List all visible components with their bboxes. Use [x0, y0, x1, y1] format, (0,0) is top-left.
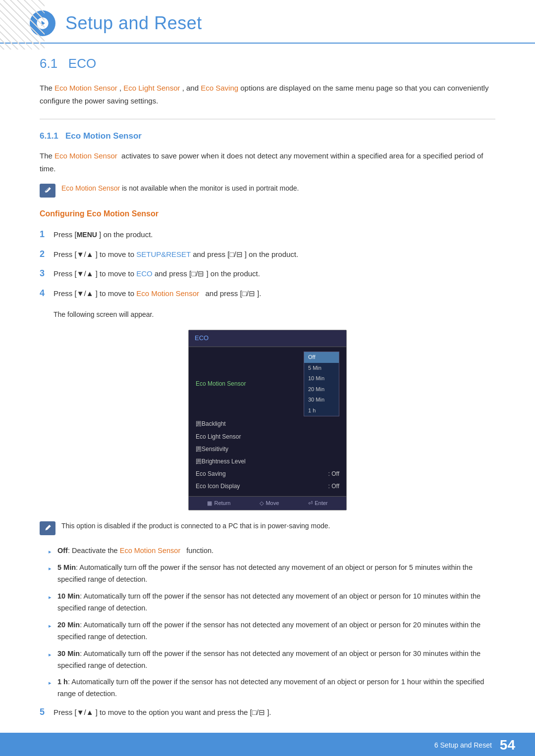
- note-box-1: Eco Motion Sensor is not available when …: [40, 183, 495, 198]
- page-title: Setup and Reset: [65, 9, 202, 38]
- eco-row-icon-display: Eco Icon Display : Off: [189, 480, 346, 493]
- list-item-1h: 1 h: Automatically turn off the power if…: [50, 676, 495, 700]
- eco-row-sensitivity: 囲Sensitivity: [189, 443, 346, 455]
- dropdown-5min: 5 Min: [304, 363, 339, 374]
- eco-screen-footer: ▦ Return ◇ Move ⏎ Enter: [189, 496, 346, 510]
- list-item-5min: 5 Min: Automatically turn off the power …: [50, 562, 495, 586]
- eco-row-saving: Eco Saving : Off: [189, 468, 346, 480]
- eco-motion-inline: Eco Motion Sensor: [54, 151, 117, 160]
- step-5: 5 Press [▼/▲ ] to move to the option you…: [40, 705, 495, 720]
- footer-move: ◇ Move: [260, 499, 279, 508]
- divider: [40, 119, 495, 119]
- step-3: 3 Press [▼/▲ ] to move to ECO and press …: [40, 266, 495, 281]
- eco-screen-body: Eco Motion Sensor Off 5 Min 10 Min 20 Mi…: [189, 347, 346, 496]
- eco-row-backlight: 囲Backlight: [189, 418, 346, 430]
- eco-row-light-sensor: Eco Light Sensor: [189, 431, 346, 443]
- config-heading: Configuring Eco Motion Sensor: [40, 207, 495, 220]
- steps-list-2: 5 Press [▼/▲ ] to move to the option you…: [40, 705, 495, 720]
- eco-row-brightness: 囲Brightness Level: [189, 455, 346, 468]
- eco-screen: ECO Eco Motion Sensor Off 5 Min 10 Min 2…: [188, 330, 347, 510]
- dropdown-20min: 20 Min: [304, 384, 339, 395]
- footer-enter: ⏎ Enter: [308, 499, 327, 508]
- step-1: 1 Press [MENU ] on the product.: [40, 227, 495, 242]
- note-text-2: This option is disabled if the product i…: [61, 520, 330, 531]
- eco-screen-wrapper: ECO Eco Motion Sensor Off 5 Min 10 Min 2…: [40, 330, 495, 510]
- intro-paragraph: The Eco Motion Sensor , Eco Light Sensor…: [40, 82, 495, 107]
- eco-light-sensor-link1: Eco Light Sensor: [123, 84, 180, 92]
- options-list: Off: Deactivate the Eco Motion Sensor fu…: [50, 545, 495, 700]
- corner-decoration: [0, 0, 45, 50]
- main-content: 6.1 ECO The Eco Motion Sensor , Eco Ligh…: [0, 49, 535, 756]
- footer-section-label: 6 Setup and Reset: [434, 740, 492, 751]
- section-heading: 6.1 ECO: [40, 53, 495, 74]
- page-footer: 6 Setup and Reset 54: [0, 733, 535, 756]
- list-item-10min: 10 Min: Automatically turn off the power…: [50, 591, 495, 614]
- eco-screen-title: ECO: [189, 330, 346, 347]
- eco-motion-sensor-link1: Eco Motion Sensor: [54, 84, 117, 92]
- footer-page-number: 54: [500, 734, 515, 756]
- list-item-off: Off: Deactivate the Eco Motion Sensor fu…: [50, 545, 495, 557]
- note-text-1: Eco Motion Sensor is not available when …: [61, 183, 299, 194]
- eco-dropdown: Off 5 Min 10 Min 20 Min 30 Min 1 h: [304, 352, 339, 417]
- dropdown-off: Off: [304, 352, 339, 363]
- note-icon-1: [40, 184, 55, 198]
- body-paragraph-1: The Eco Motion Sensor activates to save …: [40, 150, 495, 175]
- note-box-2: This option is disabled if the product i…: [40, 520, 495, 535]
- eco-saving-link1: Eco Saving: [201, 84, 238, 92]
- dropdown-10min: 10 Min: [304, 373, 339, 384]
- step-4: 4 Press [▼/▲ ] to move to Eco Motion Sen…: [40, 286, 495, 301]
- list-item-20min: 20 Min: Automatically turn off the power…: [50, 619, 495, 643]
- step-2: 2 Press [▼/▲ ] to move to SETUP&RESET an…: [40, 247, 495, 262]
- note-icon-2: [40, 521, 55, 535]
- subsection-heading: 6.1.1 Eco Motion Sensor: [40, 129, 495, 143]
- dropdown-1h: 1 h: [304, 405, 339, 416]
- eco-row-motion: Eco Motion Sensor Off 5 Min 10 Min 20 Mi…: [189, 350, 346, 418]
- list-item-30min: 30 Min: Automatically turn off the power…: [50, 648, 495, 672]
- steps-list: 1 Press [MENU ] on the product. 2 Press …: [40, 227, 495, 301]
- screen-appear-text: The following screen will appear.: [40, 309, 495, 320]
- page-header: Setup and Reset: [0, 0, 535, 44]
- footer-return: ▦ Return: [207, 499, 230, 508]
- dropdown-30min: 30 Min: [304, 395, 339, 405]
